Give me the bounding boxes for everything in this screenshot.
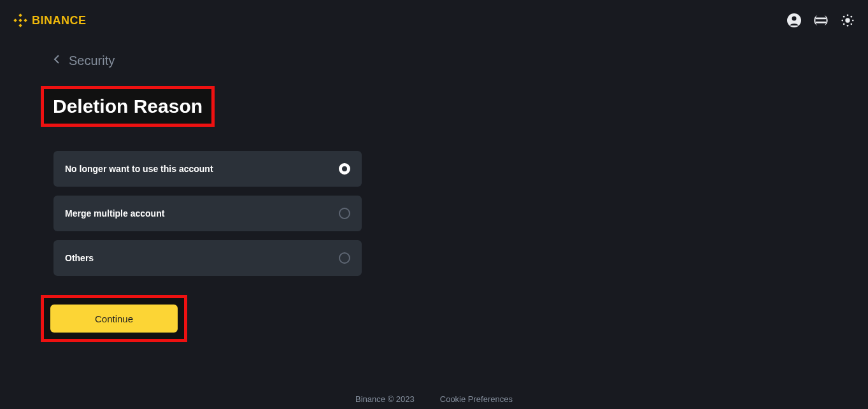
globe-icon[interactable] — [813, 13, 829, 28]
theme-icon[interactable] — [840, 13, 855, 28]
copyright-text: Binance © 2023 — [355, 394, 415, 404]
back-chevron-icon[interactable] — [53, 54, 60, 68]
radio-icon — [339, 163, 350, 175]
title-highlight-box: Deletion Reason — [41, 86, 215, 127]
main-content: Security Deletion Reason No longer want … — [0, 41, 868, 342]
header: BINANCE — [0, 0, 868, 41]
svg-rect-4 — [18, 18, 22, 22]
option-label: Merge multiple account — [65, 208, 164, 219]
reason-option-no-longer-use[interactable]: No longer want to use this account — [53, 151, 362, 187]
account-icon[interactable] — [786, 13, 802, 28]
svg-point-14 — [843, 16, 845, 18]
svg-point-6 — [792, 17, 797, 21]
svg-rect-3 — [24, 18, 27, 22]
header-actions — [786, 13, 855, 28]
svg-rect-1 — [18, 24, 22, 27]
breadcrumb: Security — [53, 54, 815, 68]
cookie-preferences-link[interactable]: Cookie Preferences — [440, 394, 513, 404]
svg-point-11 — [847, 25, 849, 27]
reason-option-merge[interactable]: Merge multiple account — [53, 196, 362, 231]
continue-highlight-box: Continue — [41, 295, 187, 342]
svg-point-15 — [850, 16, 852, 18]
svg-point-13 — [852, 20, 854, 22]
page-title: Deletion Reason — [53, 96, 203, 117]
svg-rect-2 — [13, 18, 17, 22]
radio-icon — [339, 208, 350, 219]
svg-rect-7 — [816, 17, 827, 19]
binance-logo-icon — [13, 13, 28, 28]
binance-logo[interactable]: BINANCE — [13, 13, 87, 28]
svg-rect-0 — [18, 13, 22, 17]
reason-option-others[interactable]: Others — [53, 240, 362, 276]
footer: Binance © 2023 Cookie Preferences — [0, 394, 868, 404]
svg-rect-8 — [816, 22, 827, 24]
breadcrumb-label[interactable]: Security — [69, 54, 115, 68]
reason-options: No longer want to use this account Merge… — [53, 151, 362, 276]
svg-point-12 — [841, 20, 843, 22]
radio-icon — [339, 252, 350, 264]
continue-button[interactable]: Continue — [50, 305, 178, 333]
brand-text: BINANCE — [32, 14, 87, 27]
option-label: No longer want to use this account — [65, 164, 213, 174]
option-label: Others — [65, 253, 94, 263]
svg-point-17 — [850, 23, 852, 25]
svg-point-16 — [843, 23, 845, 25]
svg-point-9 — [845, 18, 850, 22]
svg-point-10 — [847, 14, 849, 16]
